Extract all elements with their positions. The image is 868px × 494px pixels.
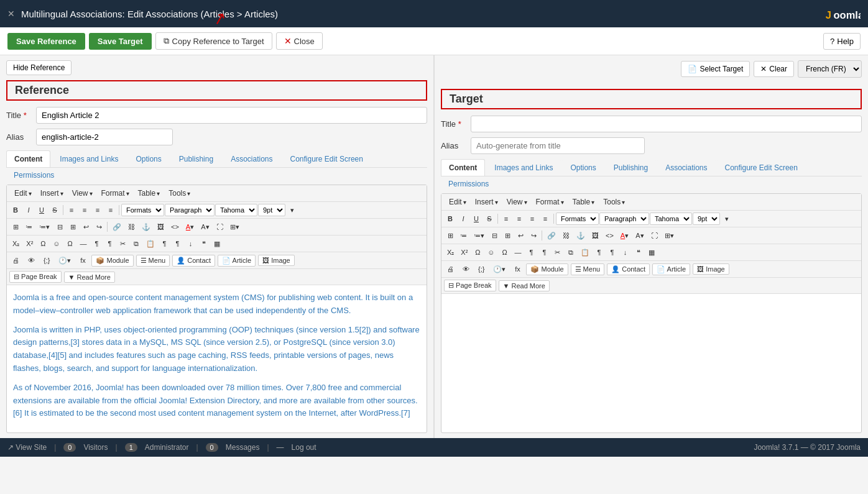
alias-input-right[interactable] — [471, 137, 645, 154]
tab-options-left[interactable]: Options — [127, 150, 169, 167]
readmore-btn-right[interactable]: ▼ Read More — [499, 280, 550, 291]
tb2r-undo[interactable]: ↩ — [514, 229, 527, 242]
align-justify-btn[interactable]: ≡ — [104, 204, 117, 216]
table-menu-left[interactable]: Table ▾ — [134, 188, 164, 199]
tb2r-btn4[interactable]: ⊟ — [488, 229, 501, 242]
tb4-code2[interactable]: {;} — [40, 254, 53, 267]
tb3r-sup[interactable]: X² — [458, 246, 471, 258]
tb4r-print[interactable]: 🖨 — [444, 263, 457, 275]
tb4-clock[interactable]: 🕐▾ — [55, 254, 74, 267]
tools-menu-left[interactable]: Tools ▾ — [165, 188, 194, 199]
module-btn-right[interactable]: 📦 Module — [526, 263, 568, 275]
logout-link[interactable]: Log out — [292, 443, 316, 452]
tb2-btn3[interactable]: ≔▾ — [36, 221, 53, 233]
copy-reference-button[interactable]: ⧉ Copy Reference to Target — [155, 32, 272, 50]
tb3-omega[interactable]: Ω — [37, 237, 49, 250]
tb2-fullscreen[interactable]: ⛶ — [213, 221, 226, 233]
tb4r-fx[interactable]: fx — [511, 263, 524, 275]
tb3r-hr[interactable]: — — [512, 246, 525, 258]
tb2-table[interactable]: ⊞▾ — [227, 221, 242, 233]
tb3-cut[interactable]: ✂ — [117, 237, 129, 250]
readmore-btn-left[interactable]: ▼ Read More — [64, 272, 115, 283]
save-reference-button[interactable]: Save Reference — [7, 33, 85, 50]
paragraph-select-right[interactable]: Paragraph — [599, 213, 649, 225]
insert-menu-left[interactable]: Insert ▾ — [37, 188, 67, 199]
tb4-fx[interactable]: fx — [76, 254, 89, 267]
tab-associations-right[interactable]: Associations — [657, 159, 715, 176]
tb2r-image[interactable]: 🖼 — [589, 229, 602, 242]
tb4r-clock[interactable]: 🕐▾ — [490, 263, 509, 275]
select-target-button[interactable]: 📄 Select Target — [681, 61, 750, 77]
clear-button[interactable]: ✕ Clear — [754, 61, 794, 77]
align-center-btn-r[interactable]: ≡ — [513, 213, 525, 225]
tb3-para3[interactable]: ¶ — [159, 237, 171, 250]
tb3r-para4[interactable]: ¶ — [606, 246, 619, 258]
tb2-btn4[interactable]: ⊟ — [53, 221, 66, 233]
view-site-link[interactable]: ↗ View Site — [7, 443, 47, 452]
tb2-undo[interactable]: ↩ — [80, 221, 92, 233]
tb3-emoji[interactable]: ☺ — [50, 237, 63, 250]
tb3-para4[interactable]: ¶ — [172, 237, 184, 250]
tb3r-para3[interactable]: ¶ — [593, 246, 606, 258]
tb2r-color-bg[interactable]: A▾ — [632, 229, 647, 242]
close-nav-icon[interactable]: ✕ — [7, 9, 15, 19]
strikethrough-btn-left[interactable]: S — [48, 204, 61, 216]
tb2r-fullscreen[interactable]: ⛶ — [648, 229, 661, 242]
permissions-link-right[interactable]: Permissions — [441, 176, 496, 192]
tb4r-code2[interactable]: {;} — [475, 263, 487, 275]
pagebreak-btn-left[interactable]: ⊟ Page Break — [9, 271, 62, 283]
tb4-print[interactable]: 🖨 — [9, 254, 22, 267]
contact-btn-left[interactable]: 👤 Contact — [172, 255, 215, 267]
tb2r-btn3[interactable]: ≔▾ — [471, 229, 487, 242]
article-btn-left[interactable]: 📄 Article — [218, 255, 256, 267]
tb3r-misc[interactable]: ▦ — [645, 246, 658, 258]
save-target-button[interactable]: Save Target — [89, 33, 152, 50]
align-center-btn[interactable]: ≡ — [78, 204, 91, 216]
permissions-link-left[interactable]: Permissions — [6, 167, 62, 183]
tb2-color-bg[interactable]: A▾ — [198, 221, 212, 233]
edit-menu-left[interactable]: Edit ▾ — [11, 188, 35, 199]
tb2-redo[interactable]: ↪ — [93, 221, 105, 233]
align-right-btn-r[interactable]: ≡ — [526, 213, 538, 225]
tb3r-copy[interactable]: ⧉ — [565, 246, 577, 258]
tb2-btn1[interactable]: ⊞ — [9, 221, 22, 233]
tab-content-right[interactable]: Content — [441, 159, 485, 176]
bold-btn-right[interactable]: B — [444, 213, 456, 225]
tb3-copy[interactable]: ⧉ — [130, 237, 142, 250]
image-btn-right[interactable]: 🖼 Image — [693, 263, 729, 275]
align-left-btn-r[interactable]: ≡ — [500, 213, 512, 225]
tb3-para[interactable]: ¶ — [91, 237, 103, 250]
tab-configure-left[interactable]: Configure Edit Screen — [282, 150, 371, 167]
title-input-right[interactable] — [471, 116, 862, 132]
tb2r-btn2[interactable]: ≔ — [457, 229, 470, 242]
close-button[interactable]: ✕ Close — [276, 32, 323, 50]
menu-btn-right[interactable]: ☰ Menu — [571, 263, 605, 275]
pagebreak-btn-right[interactable]: ⊟ Page Break — [444, 280, 496, 291]
tb3-hr[interactable]: — — [77, 237, 90, 250]
tb2-anchor[interactable]: ⚓ — [139, 221, 154, 233]
formats-select-left[interactable]: Formats — [121, 204, 164, 216]
tb3-quote[interactable]: ❝ — [198, 237, 210, 250]
tb2r-unlink[interactable]: ⛓ — [560, 229, 573, 242]
title-input-left[interactable] — [36, 107, 427, 124]
edit-menu-right[interactable]: Edit ▾ — [445, 196, 470, 208]
tb4-eye[interactable]: 👁 — [25, 254, 38, 267]
tb2r-redo[interactable]: ↪ — [527, 229, 540, 242]
tb3-para2[interactable]: ¶ — [104, 237, 116, 250]
tb2r-btn1[interactable]: ⊞ — [444, 229, 456, 242]
tb3-special[interactable]: Ω — [64, 237, 76, 250]
size-dropdown-left[interactable]: ▾ — [286, 204, 298, 216]
italic-btn-right[interactable]: I — [457, 213, 469, 225]
format-menu-left[interactable]: Format ▾ — [98, 188, 133, 199]
tools-menu-right[interactable]: Tools ▾ — [599, 196, 629, 208]
tab-publishing-left[interactable]: Publishing — [171, 150, 221, 167]
paragraph-select-left[interactable]: Paragraph — [165, 204, 215, 216]
size-dropdown-right[interactable]: ▾ — [721, 213, 733, 225]
editor-content-left[interactable]: Joomla is a free and open-source content… — [7, 285, 427, 432]
tb3r-para2[interactable]: ¶ — [538, 246, 551, 258]
strikethrough-btn-right[interactable]: S — [483, 213, 496, 225]
format-menu-right[interactable]: Format ▾ — [532, 196, 568, 208]
language-select[interactable]: French (FR) — [798, 60, 862, 78]
editor-content-right[interactable] — [441, 294, 861, 432]
insert-menu-right[interactable]: Insert ▾ — [471, 196, 502, 208]
